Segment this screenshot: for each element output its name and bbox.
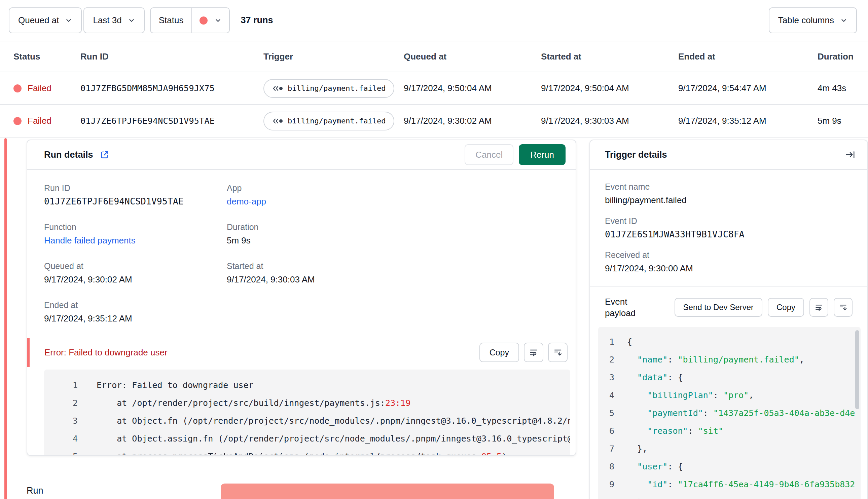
status-filter-value[interactable] (191, 8, 229, 33)
timeline-run-bar[interactable] (221, 484, 554, 499)
code-line: 5 "paymentId": "1437a25f-05a3-404a-ab3e-… (598, 404, 860, 422)
event-payload-code: 1{2 "name": "billing/payment.failed",3 "… (598, 327, 860, 499)
run-status-cell: Failed (13, 116, 81, 126)
payload-json: 1{2 "name": "billing/payment.failed",3 "… (598, 333, 860, 499)
code-line: 2 "name": "billing/payment.failed", (598, 351, 860, 368)
error-stack-trace: 1Error: Failed to downgrade user2 at /op… (44, 369, 570, 456)
ended-at-cell: 9/17/2024, 9:35:12 AM (678, 116, 818, 126)
copy-payload-button[interactable]: Copy (768, 298, 804, 317)
field-label: Event name (605, 182, 853, 192)
code-text: }, (627, 440, 647, 458)
column-header-started-at: Started at (541, 51, 678, 62)
trigger-event-pill[interactable]: billing/payment.failed (263, 112, 394, 131)
trigger-details-body: Event name billing/payment.failed Event … (590, 170, 867, 499)
field-label: Received at (605, 250, 853, 260)
field-label: Run ID (44, 183, 227, 193)
table-columns-button[interactable]: Table columns (769, 8, 857, 33)
line-number: 4 (598, 386, 614, 404)
table-row[interactable]: Failed 01J7ZFBG5DMM85MJA9H659JX75 billin… (0, 72, 868, 105)
run-details-column: Run details Cancel Rerun Run ID 01J7ZE6T… (27, 139, 576, 499)
app-link[interactable]: demo-app (227, 196, 559, 207)
code-text: at Object.assign.fn (/opt/render/project… (97, 430, 570, 448)
line-number: 1 (44, 376, 78, 394)
trigger-event-pill[interactable]: billing/payment.failed (263, 79, 394, 98)
copy-error-button[interactable]: Copy (479, 343, 519, 362)
field-received-at: Received at 9/17/2024, 9:30:00 AM (605, 250, 853, 274)
table-columns-label: Table columns (778, 15, 834, 26)
code-line: 7 }, (598, 440, 860, 458)
code-line: 8 "user": { (598, 458, 860, 475)
trigger-details-title: Trigger details (605, 150, 667, 160)
function-link[interactable]: Handle failed payments (44, 235, 227, 246)
field-value: 9/17/2024, 9:35:12 AM (44, 313, 227, 324)
collapse-panel-icon[interactable] (845, 150, 855, 160)
timerange-filter-button[interactable]: Last 3d (83, 8, 144, 33)
run-details-header: Run details Cancel Rerun (27, 140, 576, 170)
field-value: 01J7ZE6S1MJWA33HT9B1VJC8FA (605, 229, 853, 240)
field-started-at: Started at 9/17/2024, 9:30:03 AM (227, 261, 559, 285)
line-number: 4 (44, 430, 78, 448)
code-line: 1Error: Failed to downgrade user (44, 376, 570, 394)
chevron-down-icon (840, 17, 847, 24)
code-text: "user": { (627, 458, 683, 475)
event-icon (272, 118, 283, 124)
field-event-name: Event name billing/payment.failed (605, 182, 853, 205)
rerun-button[interactable]: Rerun (519, 144, 566, 165)
code-line: 3 "data": { (598, 368, 860, 386)
status-filter[interactable]: Status (150, 8, 230, 33)
started-at-cell: 9/17/2024, 9:50:04 AM (541, 83, 678, 94)
external-link-icon[interactable] (100, 150, 109, 159)
table-row[interactable]: Failed 01J7ZE6TPJF6E94NCSD1V95TAE billin… (0, 105, 868, 137)
failed-status-dot-icon (13, 84, 22, 93)
field-label: Ended at (44, 300, 227, 310)
run-details-panel: Run details Cancel Rerun Run ID 01J7ZE6T… (27, 139, 576, 456)
code-line: 1{ (598, 333, 860, 351)
code-line: 9 "id": "17ca4ff6-45ea-4149-9b48-6fa935b… (598, 475, 860, 493)
code-line: 2 at /opt/render/project/src/build/innge… (44, 394, 570, 412)
timerange-filter-label: Last 3d (93, 15, 121, 26)
field-value: 01J7ZE6TPJF6E94NCSD1V95TAE (44, 196, 227, 206)
line-number: 10 (598, 493, 614, 499)
line-number: 3 (44, 412, 78, 430)
code-line: 4 "billingPlan": "pro", (598, 386, 860, 404)
code-line: 5 at process.processTicksAndRejections (… (44, 448, 570, 456)
line-number: 7 (598, 440, 614, 458)
event-icon (272, 85, 283, 92)
wrap-lines-icon[interactable] (524, 343, 543, 362)
scrollbar-thumb[interactable] (855, 330, 859, 409)
runs-table-header: Status Run ID Trigger Queued at Started … (0, 41, 868, 72)
scroll-bottom-icon[interactable] (834, 298, 853, 317)
wrap-lines-icon[interactable] (809, 298, 828, 317)
code-text: { (627, 333, 632, 351)
run-id-cell: 01J7ZFBG5DMM85MJA9H659JX75 (81, 83, 263, 93)
line-number: 9 (598, 475, 614, 493)
field-run-id: Run ID 01J7ZE6TPJF6E94NCSD1V95TAE (44, 183, 227, 207)
trigger-event-name: billing/payment.failed (288, 84, 386, 93)
send-to-dev-server-button[interactable]: Send to Dev Server (675, 298, 762, 317)
failed-status-dot-icon (13, 117, 22, 125)
empty-cell (227, 300, 559, 324)
run-details-fields: Run ID 01J7ZE6TPJF6E94NCSD1V95TAE App de… (44, 183, 559, 324)
line-number: 2 (44, 394, 78, 412)
started-at-cell: 9/17/2024, 9:30:03 AM (541, 116, 678, 126)
queued-at-filter-button[interactable]: Queued at (9, 8, 82, 33)
line-number: 8 (598, 458, 614, 475)
duration-cell: 5m 9s (818, 116, 868, 126)
field-value: 5m 9s (227, 235, 559, 246)
scroll-bottom-icon[interactable] (548, 343, 568, 362)
status-label: Failed (27, 83, 51, 94)
field-duration: Duration 5m 9s (227, 222, 559, 246)
run-timeline: Run (27, 456, 576, 499)
ended-at-cell: 9/17/2024, 9:54:47 AM (678, 83, 818, 94)
run-details-body: Run ID 01J7ZE6TPJF6E94NCSD1V95TAE App de… (27, 170, 576, 324)
runs-count: 37 runs (241, 15, 273, 26)
field-label: App (227, 183, 559, 193)
trigger-cell: billing/payment.failed (263, 79, 404, 98)
chevron-down-icon (65, 17, 72, 24)
field-ended-at: Ended at 9/17/2024, 9:35:12 AM (44, 300, 227, 324)
filters-toolbar: Queued at Last 3d Status 37 runs Table c… (0, 0, 868, 41)
line-number: 5 (44, 448, 78, 456)
cancel-button[interactable]: Cancel (465, 144, 514, 165)
trigger-cell: billing/payment.failed (263, 112, 404, 131)
field-label: Started at (227, 261, 559, 271)
